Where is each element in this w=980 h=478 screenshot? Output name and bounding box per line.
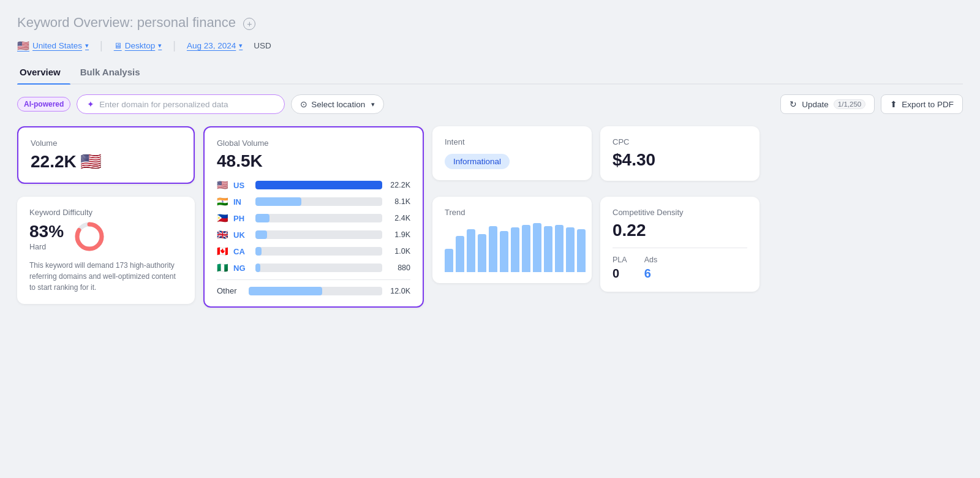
domain-placeholder: Enter domain for personalized data [99,100,228,109]
chevron-down-icon: ▾ [85,42,89,50]
kd-label: Keyword Difficulty [29,208,183,217]
tab-bulk-analysis[interactable]: Bulk Analysis [78,62,150,83]
cpc-card: CPC $4.30 [600,126,760,181]
country-bar-fill [255,214,270,222]
ai-powered-badge: AI-powered [17,97,70,112]
country-bar-fill [255,230,267,239]
trend-bar [566,227,575,272]
us-flag-icon: 🇺🇸 [17,40,29,51]
update-count-badge: 1/1,250 [834,99,865,109]
desktop-icon: 🖥 [114,41,122,50]
search-row: AI-powered ✦ Enter domain for personaliz… [17,94,963,114]
kd-donut-chart [74,221,105,252]
kd-value: 83% [29,222,64,241]
intent-label: Intent [445,137,579,146]
location-selector[interactable]: 🇺🇸 United States ▾ [17,40,89,51]
country-bar-track [255,214,382,222]
country-flag-icon: 🇺🇸 [217,180,228,191]
country-bar-fill [255,264,260,272]
pla-value: 0 [612,267,627,281]
country-flag-icon: 🇵🇭 [217,213,228,224]
other-bar-track [249,287,382,295]
trend-bar [445,249,453,271]
country-flag-icon: 🇳🇬 [217,262,228,273]
trend-bar [533,223,541,272]
country-code: US [233,181,251,190]
trend-bar [522,225,530,272]
other-value: 12.0K [387,287,410,295]
other-bar-fill [249,287,322,295]
trend-chart [445,223,579,272]
country-flag-icon: 🇮🇳 [217,196,228,207]
country-bar-fill [255,247,262,256]
trend-card: Trend [432,197,592,283]
country-bar-track [255,247,382,256]
currency-label: USD [254,41,271,50]
sparkle-icon: ✦ [87,99,94,109]
other-row: Other 12.0K [217,279,410,295]
kd-sublabel: Hard [29,243,64,251]
intent-card: Intent Informational [432,126,592,180]
comp-density-label: Competitive Density [612,208,747,217]
country-bar-track [255,181,382,189]
competitive-density-card: Competitive Density 0.22 PLA 0 Ads 6 [600,197,760,292]
trend-bar [456,236,464,272]
intent-badge: Informational [445,154,510,169]
global-volume-card: Global Volume 48.5K 🇺🇸 US 22.2K 🇮🇳 IN 8.… [203,126,424,308]
trend-bar [478,234,486,272]
volume-label: Volume [31,138,181,148]
trend-bar [544,226,552,272]
cpc-label: CPC [612,137,747,146]
update-button[interactable]: ↻ Update 1/1,250 [780,94,875,114]
trend-bar [511,227,519,272]
device-selector[interactable]: 🖥 Desktop ▾ [114,41,162,50]
country-bar-fill [255,197,301,206]
country-bar-track [255,230,382,239]
top-controls: 🇺🇸 United States ▾ | 🖥 Desktop ▾ | Aug 2… [17,39,963,52]
date-selector[interactable]: Aug 23, 2024 ▾ [187,41,243,50]
ads-label: Ads [644,256,658,264]
country-volume: 880 [387,264,410,272]
domain-input[interactable]: ✦ Enter domain for personalized data [77,94,285,114]
country-row: 🇵🇭 PH 2.4K [217,213,410,224]
comp-divider [612,248,747,248]
other-label: Other [217,286,244,295]
kd-row: 83% Hard [29,221,183,252]
export-icon: ⬆ [890,99,897,109]
trend-bar [555,225,564,272]
trend-bar [500,231,508,271]
country-code: PH [233,214,251,223]
country-bar-fill [255,181,382,189]
location-pin-icon: ⊙ [300,99,307,109]
country-row: 🇺🇸 US 22.2K [217,180,410,191]
trend-bar [467,229,475,271]
global-volume-value: 48.5K [217,151,410,171]
country-row: 🇳🇬 NG 880 [217,262,410,273]
country-flag-icon: 🇬🇧 [217,229,228,240]
country-volume: 8.1K [387,197,410,206]
chevron-down-icon: ▾ [239,42,243,50]
global-volume-label: Global Volume [217,138,410,148]
chevron-down-icon: ▾ [158,42,162,50]
country-volume: 22.2K [387,181,410,189]
us-flag-icon: 🇺🇸 [80,151,102,172]
location-dropdown[interactable]: ⊙ Select location ▾ [291,94,384,114]
country-code: UK [233,230,251,240]
country-row: 🇨🇦 CA 1.0K [217,246,410,257]
add-keyword-icon[interactable]: + [243,18,255,30]
comp-density-value: 0.22 [612,221,747,240]
trend-label: Trend [445,208,579,217]
tab-overview[interactable]: Overview [17,62,70,83]
country-code: IN [233,197,251,207]
tabs: Overview Bulk Analysis [17,62,963,85]
cpc-value: $4.30 [612,150,747,170]
volume-value: 22.2K 🇺🇸 [31,151,181,172]
chevron-down-icon: ▾ [371,101,375,108]
export-button[interactable]: ⬆ Export to PDF [881,94,963,114]
country-volume: 2.4K [387,214,410,222]
keyword-difficulty-card: Keyword Difficulty 83% Hard This keyword… [17,197,195,304]
country-volume: 1.9K [387,230,410,239]
pla-label: PLA [612,256,627,264]
trend-bar [577,229,586,271]
country-row: 🇮🇳 IN 8.1K [217,196,410,207]
